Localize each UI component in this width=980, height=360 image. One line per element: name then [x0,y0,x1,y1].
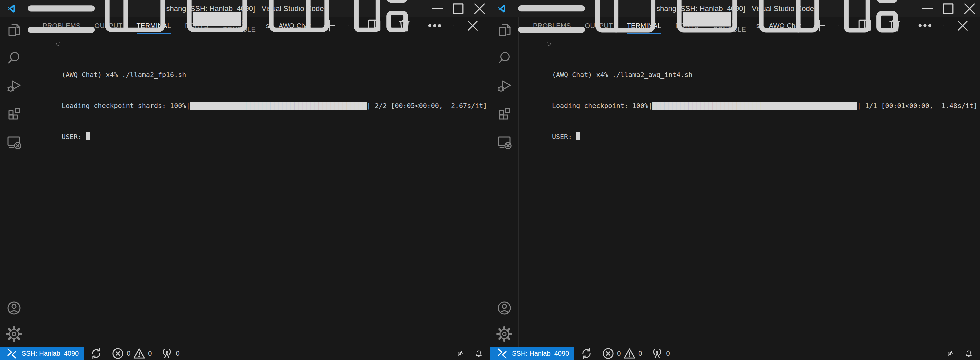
title-bar: shang [SSH: Hanlab_4090] - Visual Studio… [490,0,980,18]
errors-count: 0 [617,350,620,357]
close-button[interactable] [959,0,980,18]
run-and-debug-icon[interactable] [6,78,22,94]
warnings-icon [623,347,636,360]
progress-prefix: Loading checkpoint: 100%| [552,102,652,110]
command-decoration-circle [56,41,60,46]
terminal-prompt-line: USER: [62,132,487,142]
menu-icon[interactable] [25,0,98,36]
notifications-bell-icon[interactable] [965,350,973,357]
run-and-debug-icon[interactable] [496,78,512,94]
terminal-cursor [86,132,90,140]
ports-status[interactable]: 0 [648,347,673,360]
settings-gear-icon[interactable] [6,326,22,342]
menu-icon[interactable] [515,0,588,36]
panel-chevron-down-icon[interactable] [943,18,944,34]
warnings-count: 0 [148,350,152,357]
account-icon[interactable] [496,300,512,316]
problems-status[interactable]: 0 0 [108,347,155,360]
terminal[interactable]: (AWQ-Chat) x4% ./llama2_awq_int4.sh Load… [519,34,980,347]
window-title: shang [SSH: Hanlab_4090] - Visual Studio… [166,4,324,13]
activity-bar [490,18,519,347]
feedback-icon[interactable] [457,350,465,357]
vscode-logo-icon [7,4,15,14]
close-button[interactable] [469,0,490,18]
command-text: (AWQ-Chat) x4% ./llama2_awq_int4.sh [552,71,692,79]
status-bar: SSH: Hanlab_4090 0 0 0 [490,347,980,360]
remote-label: SSH: Hanlab_4090 [22,350,79,357]
account-icon[interactable] [6,300,22,316]
terminal-progress-line: Loading checkpoint shards: 100%|████████… [62,101,487,111]
warnings-count: 0 [638,350,642,357]
extensions-icon[interactable] [6,106,22,122]
warnings-icon [133,347,146,360]
settings-gear-icon[interactable] [496,326,512,342]
more-actions-icon[interactable] [914,18,936,34]
progress-bar: ████████████████████████████████████████… [190,102,367,110]
vscode-window-right: shang [SSH: Hanlab_4090] - Visual Studio… [490,0,980,360]
terminal[interactable]: (AWQ-Chat) x4% ./llama2_fp16.sh Loading … [28,34,490,347]
terminal-command-line: (AWQ-Chat) x4% ./llama2_awq_int4.sh [552,70,977,80]
notifications-bell-icon[interactable] [475,350,483,357]
command-decoration-circle [547,41,550,46]
remote-explorer-icon[interactable] [496,134,512,150]
sync-status[interactable] [87,347,106,360]
maximize-button[interactable] [448,0,469,18]
sync-status[interactable] [577,347,596,360]
search-icon[interactable] [496,50,512,66]
ports-count: 0 [666,350,670,357]
title-bar: shang [SSH: Hanlab_4090] - Visual Studio… [0,0,490,18]
maximize-button[interactable] [938,0,959,18]
remote-indicator[interactable]: SSH: Hanlab_4090 [0,347,84,360]
progress-prefix: Loading checkpoint shards: 100%| [62,102,190,110]
terminal-cursor [576,132,580,140]
extensions-icon[interactable] [496,106,512,122]
search-icon[interactable] [6,50,22,66]
sync-icon [580,347,593,360]
remote-indicator[interactable]: SSH: Hanlab_4090 [490,347,574,360]
progress-suffix: | 2/2 [00:05<00:00, 2.67s/it] [367,102,487,110]
remote-explorer-icon[interactable] [6,134,22,150]
ports-forwarded-icon [651,347,663,360]
ports-forwarded-icon [160,347,173,360]
close-panel-icon[interactable] [461,18,484,34]
errors-icon [602,347,615,360]
progress-suffix: | 1/1 [00:01<00:00, 1.48s/it] [857,102,977,110]
errors-icon [111,347,124,360]
problems-status[interactable]: 0 0 [599,347,645,360]
window-title: shang [SSH: Hanlab_4090] - Visual Studio… [656,4,814,13]
more-actions-icon[interactable] [423,18,446,34]
command-text: (AWQ-Chat) x4% ./llama2_fp16.sh [62,71,186,79]
vscode-window-left: shang [SSH: Hanlab_4090] - Visual Studio… [0,0,490,360]
prompt-text: USER: [62,133,86,141]
vscode-logo-icon [498,4,506,14]
prompt-text: USER: [552,133,576,141]
status-bar: SSH: Hanlab_4090 0 0 0 [0,347,490,360]
minimize-button[interactable] [917,0,938,18]
close-panel-icon[interactable] [951,18,974,34]
ports-status[interactable]: 0 [158,347,182,360]
errors-count: 0 [127,350,130,357]
ports-count: 0 [176,350,179,357]
panel-chevron-down-icon[interactable] [453,18,454,34]
sync-icon [90,347,103,360]
activity-bar [0,18,28,347]
terminal-progress-line: Loading checkpoint: 100%|███████████████… [552,101,977,111]
feedback-icon[interactable] [947,350,955,357]
progress-bar: ████████████████████████████████████████… [652,102,857,110]
remote-label: SSH: Hanlab_4090 [512,350,569,357]
terminal-command-line: (AWQ-Chat) x4% ./llama2_fp16.sh [62,70,487,80]
remote-icon [496,347,509,360]
terminal-prompt-line: USER: [552,132,977,142]
minimize-button[interactable] [427,0,448,18]
remote-icon [5,347,18,360]
